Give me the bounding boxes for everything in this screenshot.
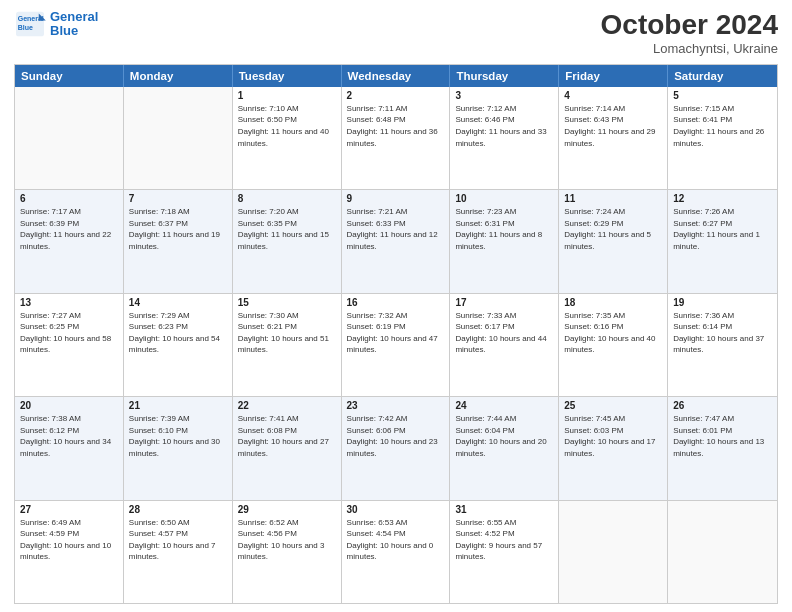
cell-day-number: 29 — [238, 504, 336, 515]
calendar-week-3: 13Sunrise: 7:27 AMSunset: 6:25 PMDayligh… — [15, 293, 777, 396]
cell-day-number: 9 — [347, 193, 445, 204]
cell-day-number: 24 — [455, 400, 553, 411]
location: Lomachyntsi, Ukraine — [601, 41, 778, 56]
cell-info: Sunrise: 7:17 AMSunset: 6:39 PMDaylight:… — [20, 206, 118, 252]
cell-day-number: 16 — [347, 297, 445, 308]
cell-info: Sunrise: 7:30 AMSunset: 6:21 PMDaylight:… — [238, 310, 336, 356]
calendar-cell: 10Sunrise: 7:23 AMSunset: 6:31 PMDayligh… — [450, 190, 559, 292]
calendar-cell: 25Sunrise: 7:45 AMSunset: 6:03 PMDayligh… — [559, 397, 668, 499]
calendar-cell: 30Sunrise: 6:53 AMSunset: 4:54 PMDayligh… — [342, 501, 451, 603]
cell-day-number: 12 — [673, 193, 772, 204]
calendar-cell: 2Sunrise: 7:11 AMSunset: 6:48 PMDaylight… — [342, 87, 451, 189]
calendar-cell: 9Sunrise: 7:21 AMSunset: 6:33 PMDaylight… — [342, 190, 451, 292]
calendar-cell: 11Sunrise: 7:24 AMSunset: 6:29 PMDayligh… — [559, 190, 668, 292]
calendar-cell: 8Sunrise: 7:20 AMSunset: 6:35 PMDaylight… — [233, 190, 342, 292]
logo-icon: General Blue — [14, 10, 46, 38]
calendar-header-row: SundayMondayTuesdayWednesdayThursdayFrid… — [15, 65, 777, 87]
cell-info: Sunrise: 7:14 AMSunset: 6:43 PMDaylight:… — [564, 103, 662, 149]
header: General Blue General Blue October 2024 L… — [14, 10, 778, 56]
calendar-week-2: 6Sunrise: 7:17 AMSunset: 6:39 PMDaylight… — [15, 189, 777, 292]
month-year: October 2024 — [601, 10, 778, 41]
cell-info: Sunrise: 6:55 AMSunset: 4:52 PMDaylight:… — [455, 517, 553, 563]
cell-info: Sunrise: 7:39 AMSunset: 6:10 PMDaylight:… — [129, 413, 227, 459]
calendar-cell: 31Sunrise: 6:55 AMSunset: 4:52 PMDayligh… — [450, 501, 559, 603]
cell-info: Sunrise: 7:44 AMSunset: 6:04 PMDaylight:… — [455, 413, 553, 459]
calendar-cell: 19Sunrise: 7:36 AMSunset: 6:14 PMDayligh… — [668, 294, 777, 396]
logo-general: General — [50, 10, 98, 24]
cell-day-number: 19 — [673, 297, 772, 308]
logo: General Blue General Blue — [14, 10, 98, 39]
cell-info: Sunrise: 7:41 AMSunset: 6:08 PMDaylight:… — [238, 413, 336, 459]
cell-day-number: 25 — [564, 400, 662, 411]
header-cell-tuesday: Tuesday — [233, 65, 342, 87]
header-cell-sunday: Sunday — [15, 65, 124, 87]
calendar-cell: 26Sunrise: 7:47 AMSunset: 6:01 PMDayligh… — [668, 397, 777, 499]
calendar-cell: 24Sunrise: 7:44 AMSunset: 6:04 PMDayligh… — [450, 397, 559, 499]
cell-info: Sunrise: 7:10 AMSunset: 6:50 PMDaylight:… — [238, 103, 336, 149]
header-cell-wednesday: Wednesday — [342, 65, 451, 87]
calendar-cell: 17Sunrise: 7:33 AMSunset: 6:17 PMDayligh… — [450, 294, 559, 396]
calendar-cell: 18Sunrise: 7:35 AMSunset: 6:16 PMDayligh… — [559, 294, 668, 396]
header-cell-monday: Monday — [124, 65, 233, 87]
cell-info: Sunrise: 7:18 AMSunset: 6:37 PMDaylight:… — [129, 206, 227, 252]
calendar: SundayMondayTuesdayWednesdayThursdayFrid… — [14, 64, 778, 604]
cell-info: Sunrise: 7:23 AMSunset: 6:31 PMDaylight:… — [455, 206, 553, 252]
calendar-cell — [668, 501, 777, 603]
header-cell-friday: Friday — [559, 65, 668, 87]
calendar-cell: 3Sunrise: 7:12 AMSunset: 6:46 PMDaylight… — [450, 87, 559, 189]
calendar-cell: 14Sunrise: 7:29 AMSunset: 6:23 PMDayligh… — [124, 294, 233, 396]
cell-day-number: 1 — [238, 90, 336, 101]
cell-info: Sunrise: 7:36 AMSunset: 6:14 PMDaylight:… — [673, 310, 772, 356]
cell-day-number: 5 — [673, 90, 772, 101]
cell-day-number: 26 — [673, 400, 772, 411]
cell-day-number: 28 — [129, 504, 227, 515]
title-block: October 2024 Lomachyntsi, Ukraine — [601, 10, 778, 56]
cell-day-number: 31 — [455, 504, 553, 515]
cell-day-number: 6 — [20, 193, 118, 204]
cell-info: Sunrise: 7:24 AMSunset: 6:29 PMDaylight:… — [564, 206, 662, 252]
cell-day-number: 13 — [20, 297, 118, 308]
calendar-cell — [559, 501, 668, 603]
cell-info: Sunrise: 7:42 AMSunset: 6:06 PMDaylight:… — [347, 413, 445, 459]
calendar-cell: 13Sunrise: 7:27 AMSunset: 6:25 PMDayligh… — [15, 294, 124, 396]
calendar-week-1: 1Sunrise: 7:10 AMSunset: 6:50 PMDaylight… — [15, 87, 777, 189]
calendar-cell: 4Sunrise: 7:14 AMSunset: 6:43 PMDaylight… — [559, 87, 668, 189]
calendar-cell — [15, 87, 124, 189]
calendar-cell: 20Sunrise: 7:38 AMSunset: 6:12 PMDayligh… — [15, 397, 124, 499]
cell-day-number: 14 — [129, 297, 227, 308]
cell-info: Sunrise: 7:35 AMSunset: 6:16 PMDaylight:… — [564, 310, 662, 356]
cell-info: Sunrise: 6:50 AMSunset: 4:57 PMDaylight:… — [129, 517, 227, 563]
calendar-body: 1Sunrise: 7:10 AMSunset: 6:50 PMDaylight… — [15, 87, 777, 603]
calendar-week-5: 27Sunrise: 6:49 AMSunset: 4:59 PMDayligh… — [15, 500, 777, 603]
header-cell-saturday: Saturday — [668, 65, 777, 87]
page: General Blue General Blue October 2024 L… — [0, 0, 792, 612]
cell-info: Sunrise: 7:27 AMSunset: 6:25 PMDaylight:… — [20, 310, 118, 356]
cell-day-number: 20 — [20, 400, 118, 411]
cell-day-number: 8 — [238, 193, 336, 204]
cell-info: Sunrise: 7:20 AMSunset: 6:35 PMDaylight:… — [238, 206, 336, 252]
calendar-cell: 22Sunrise: 7:41 AMSunset: 6:08 PMDayligh… — [233, 397, 342, 499]
calendar-cell: 21Sunrise: 7:39 AMSunset: 6:10 PMDayligh… — [124, 397, 233, 499]
cell-info: Sunrise: 7:33 AMSunset: 6:17 PMDaylight:… — [455, 310, 553, 356]
cell-info: Sunrise: 7:47 AMSunset: 6:01 PMDaylight:… — [673, 413, 772, 459]
cell-info: Sunrise: 6:53 AMSunset: 4:54 PMDaylight:… — [347, 517, 445, 563]
cell-day-number: 11 — [564, 193, 662, 204]
cell-day-number: 15 — [238, 297, 336, 308]
svg-text:Blue: Blue — [18, 24, 33, 31]
cell-info: Sunrise: 7:21 AMSunset: 6:33 PMDaylight:… — [347, 206, 445, 252]
cell-info: Sunrise: 7:38 AMSunset: 6:12 PMDaylight:… — [20, 413, 118, 459]
cell-day-number: 4 — [564, 90, 662, 101]
cell-day-number: 21 — [129, 400, 227, 411]
cell-day-number: 22 — [238, 400, 336, 411]
cell-info: Sunrise: 7:26 AMSunset: 6:27 PMDaylight:… — [673, 206, 772, 252]
cell-info: Sunrise: 6:52 AMSunset: 4:56 PMDaylight:… — [238, 517, 336, 563]
cell-info: Sunrise: 7:32 AMSunset: 6:19 PMDaylight:… — [347, 310, 445, 356]
cell-info: Sunrise: 7:15 AMSunset: 6:41 PMDaylight:… — [673, 103, 772, 149]
calendar-cell: 7Sunrise: 7:18 AMSunset: 6:37 PMDaylight… — [124, 190, 233, 292]
calendar-cell: 27Sunrise: 6:49 AMSunset: 4:59 PMDayligh… — [15, 501, 124, 603]
calendar-cell: 23Sunrise: 7:42 AMSunset: 6:06 PMDayligh… — [342, 397, 451, 499]
calendar-cell: 15Sunrise: 7:30 AMSunset: 6:21 PMDayligh… — [233, 294, 342, 396]
calendar-week-4: 20Sunrise: 7:38 AMSunset: 6:12 PMDayligh… — [15, 396, 777, 499]
cell-day-number: 27 — [20, 504, 118, 515]
calendar-cell: 5Sunrise: 7:15 AMSunset: 6:41 PMDaylight… — [668, 87, 777, 189]
